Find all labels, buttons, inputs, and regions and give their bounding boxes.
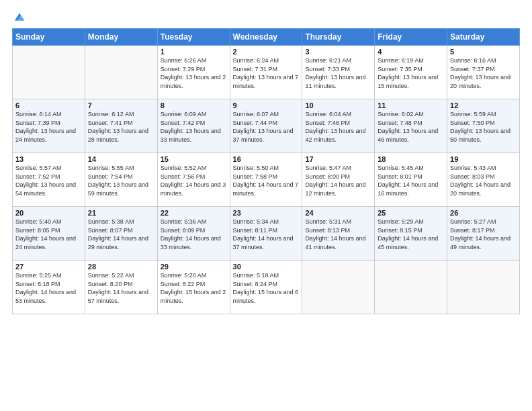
day-number: 24 [305, 209, 371, 217]
day-number: 20 [15, 209, 82, 217]
day-number: 27 [15, 263, 82, 271]
cell-info: Sunrise: 5:27 AM Sunset: 8:17 PM Dayligh… [450, 218, 517, 251]
calendar-cell: 10Sunrise: 6:04 AM Sunset: 7:46 PM Dayli… [302, 99, 375, 153]
calendar-cell [302, 261, 375, 314]
cell-info: Sunrise: 6:26 AM Sunset: 7:29 PM Dayligh… [161, 56, 227, 90]
day-number: 15 [161, 155, 227, 163]
day-number: 4 [378, 48, 444, 56]
day-number: 8 [161, 101, 227, 109]
day-number: 16 [233, 155, 300, 163]
cell-info: Sunrise: 5:45 AM Sunset: 8:01 PM Dayligh… [378, 164, 444, 197]
calendar-day-header: Thursday [302, 29, 375, 46]
cell-info: Sunrise: 5:20 AM Sunset: 8:22 PM Dayligh… [161, 271, 227, 305]
calendar-cell: 22Sunrise: 5:36 AM Sunset: 8:09 PM Dayli… [157, 207, 230, 261]
calendar-cell: 18Sunrise: 5:45 AM Sunset: 8:01 PM Dayli… [375, 153, 447, 207]
cell-info: Sunrise: 6:14 AM Sunset: 7:39 PM Dayligh… [15, 110, 82, 144]
page: SundayMondayTuesdayWednesdayThursdayFrid… [0, 0, 532, 411]
calendar-day-header: Tuesday [157, 29, 230, 46]
day-number: 6 [15, 101, 82, 109]
calendar-cell: 19Sunrise: 5:43 AM Sunset: 8:03 PM Dayli… [447, 153, 520, 207]
day-number: 17 [305, 155, 371, 163]
calendar-table: SundayMondayTuesdayWednesdayThursdayFrid… [12, 28, 520, 314]
calendar-day-header: Sunday [13, 29, 85, 46]
day-number: 25 [378, 209, 444, 217]
day-number: 10 [305, 101, 371, 109]
calendar-day-header: Wednesday [230, 29, 302, 46]
day-number: 22 [161, 209, 227, 217]
cell-info: Sunrise: 5:38 AM Sunset: 8:07 PM Dayligh… [88, 218, 154, 251]
logo [12, 11, 26, 23]
cell-info: Sunrise: 5:31 AM Sunset: 8:13 PM Dayligh… [305, 218, 371, 251]
cell-info: Sunrise: 5:52 AM Sunset: 7:56 PM Dayligh… [161, 164, 227, 197]
cell-info: Sunrise: 6:09 AM Sunset: 7:42 PM Dayligh… [161, 110, 227, 144]
calendar-cell: 7Sunrise: 6:12 AM Sunset: 7:41 PM Daylig… [85, 99, 157, 153]
calendar-cell: 28Sunrise: 5:22 AM Sunset: 8:20 PM Dayli… [85, 261, 157, 314]
calendar-cell [85, 46, 157, 99]
calendar-week-row: 6Sunrise: 6:14 AM Sunset: 7:39 PM Daylig… [13, 99, 520, 153]
cell-info: Sunrise: 5:36 AM Sunset: 8:09 PM Dayligh… [161, 218, 227, 251]
logo-text [12, 11, 26, 23]
cell-info: Sunrise: 5:59 AM Sunset: 7:50 PM Dayligh… [450, 110, 517, 144]
day-number: 11 [378, 101, 444, 109]
day-number: 3 [305, 48, 371, 56]
cell-info: Sunrise: 5:25 AM Sunset: 8:18 PM Dayligh… [15, 271, 82, 305]
calendar-cell [13, 46, 85, 99]
logo-icon [13, 11, 26, 23]
cell-info: Sunrise: 5:40 AM Sunset: 8:05 PM Dayligh… [15, 218, 82, 251]
calendar-cell: 1Sunrise: 6:26 AM Sunset: 7:29 PM Daylig… [157, 46, 230, 99]
cell-info: Sunrise: 6:16 AM Sunset: 7:37 PM Dayligh… [450, 56, 517, 90]
cell-info: Sunrise: 5:34 AM Sunset: 8:11 PM Dayligh… [233, 218, 300, 251]
calendar-week-row: 13Sunrise: 5:57 AM Sunset: 7:52 PM Dayli… [13, 153, 520, 207]
day-number: 2 [233, 48, 300, 56]
day-number: 7 [88, 101, 154, 109]
calendar-cell: 23Sunrise: 5:34 AM Sunset: 8:11 PM Dayli… [230, 207, 302, 261]
calendar-week-row: 1Sunrise: 6:26 AM Sunset: 7:29 PM Daylig… [13, 46, 520, 99]
cell-info: Sunrise: 6:24 AM Sunset: 7:31 PM Dayligh… [233, 56, 300, 90]
cell-info: Sunrise: 6:19 AM Sunset: 7:35 PM Dayligh… [378, 56, 444, 90]
calendar-header-row: SundayMondayTuesdayWednesdayThursdayFrid… [13, 29, 520, 46]
calendar-day-header: Friday [375, 29, 447, 46]
cell-info: Sunrise: 5:29 AM Sunset: 8:15 PM Dayligh… [378, 218, 444, 251]
calendar-cell: 29Sunrise: 5:20 AM Sunset: 8:22 PM Dayli… [157, 261, 230, 314]
calendar-cell: 9Sunrise: 6:07 AM Sunset: 7:44 PM Daylig… [230, 99, 302, 153]
calendar-cell: 13Sunrise: 5:57 AM Sunset: 7:52 PM Dayli… [13, 153, 85, 207]
day-number: 9 [233, 101, 300, 109]
cell-info: Sunrise: 5:18 AM Sunset: 8:24 PM Dayligh… [233, 271, 300, 305]
calendar-cell: 17Sunrise: 5:47 AM Sunset: 8:00 PM Dayli… [302, 153, 375, 207]
cell-info: Sunrise: 5:55 AM Sunset: 7:54 PM Dayligh… [88, 164, 154, 197]
day-number: 30 [233, 263, 300, 271]
day-number: 28 [88, 263, 154, 271]
day-number: 12 [450, 101, 517, 109]
header [12, 11, 520, 23]
calendar-cell [447, 261, 520, 314]
day-number: 13 [15, 155, 82, 163]
day-number: 23 [233, 209, 300, 217]
cell-info: Sunrise: 5:57 AM Sunset: 7:52 PM Dayligh… [15, 164, 82, 197]
day-number: 14 [88, 155, 154, 163]
cell-info: Sunrise: 6:04 AM Sunset: 7:46 PM Dayligh… [305, 110, 371, 144]
calendar-cell: 6Sunrise: 6:14 AM Sunset: 7:39 PM Daylig… [13, 99, 85, 153]
cell-info: Sunrise: 5:43 AM Sunset: 8:03 PM Dayligh… [450, 164, 517, 197]
day-number: 1 [161, 48, 227, 56]
cell-info: Sunrise: 5:47 AM Sunset: 8:00 PM Dayligh… [305, 164, 371, 197]
cell-info: Sunrise: 6:12 AM Sunset: 7:41 PM Dayligh… [88, 110, 154, 144]
day-number: 21 [88, 209, 154, 217]
calendar-cell: 24Sunrise: 5:31 AM Sunset: 8:13 PM Dayli… [302, 207, 375, 261]
day-number: 5 [450, 48, 517, 56]
calendar-cell: 21Sunrise: 5:38 AM Sunset: 8:07 PM Dayli… [85, 207, 157, 261]
calendar-cell: 25Sunrise: 5:29 AM Sunset: 8:15 PM Dayli… [375, 207, 447, 261]
calendar-cell: 5Sunrise: 6:16 AM Sunset: 7:37 PM Daylig… [447, 46, 520, 99]
calendar-day-header: Saturday [447, 29, 520, 46]
calendar-cell: 20Sunrise: 5:40 AM Sunset: 8:05 PM Dayli… [13, 207, 85, 261]
calendar-cell: 26Sunrise: 5:27 AM Sunset: 8:17 PM Dayli… [447, 207, 520, 261]
calendar-cell: 15Sunrise: 5:52 AM Sunset: 7:56 PM Dayli… [157, 153, 230, 207]
calendar-cell: 8Sunrise: 6:09 AM Sunset: 7:42 PM Daylig… [157, 99, 230, 153]
calendar-cell: 2Sunrise: 6:24 AM Sunset: 7:31 PM Daylig… [230, 46, 302, 99]
cell-info: Sunrise: 6:07 AM Sunset: 7:44 PM Dayligh… [233, 110, 300, 144]
day-number: 18 [378, 155, 444, 163]
day-number: 29 [161, 263, 227, 271]
day-number: 19 [450, 155, 517, 163]
calendar-cell: 16Sunrise: 5:50 AM Sunset: 7:58 PM Dayli… [230, 153, 302, 207]
calendar-cell: 3Sunrise: 6:21 AM Sunset: 7:33 PM Daylig… [302, 46, 375, 99]
calendar-cell: 27Sunrise: 5:25 AM Sunset: 8:18 PM Dayli… [13, 261, 85, 314]
